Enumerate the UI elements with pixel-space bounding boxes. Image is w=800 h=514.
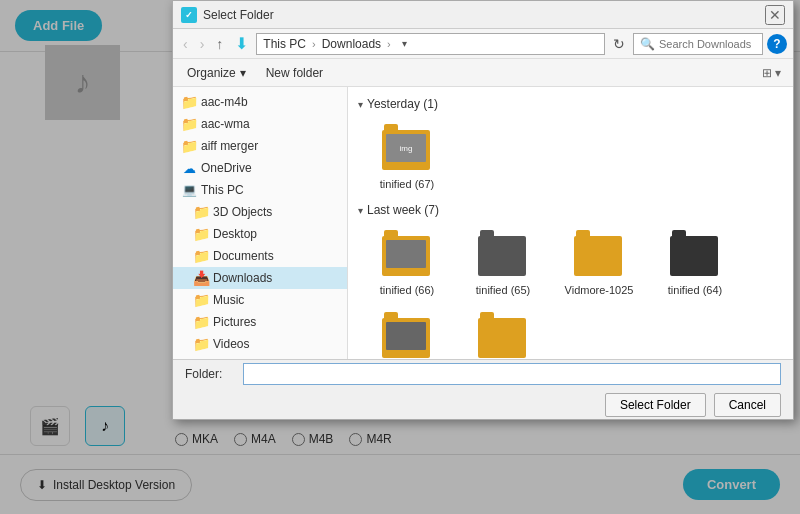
folder-row: Folder: xyxy=(185,363,781,385)
tree-item-this-pc[interactable]: 💻 This PC xyxy=(173,179,347,201)
dialog-title: ✓ Select Folder xyxy=(181,7,274,23)
search-icon: 🔍 xyxy=(640,37,655,51)
folder-icon: 📁 xyxy=(193,248,209,264)
breadcrumb-downloads[interactable]: Downloads xyxy=(322,37,381,51)
dialog-footer: Folder: Select Folder Cancel xyxy=(173,359,793,419)
folder-icon: 📁 xyxy=(193,204,209,220)
view-toggle: ⊞ ▾ xyxy=(758,64,785,82)
file-item-tinified-66[interactable]: tinified (66) xyxy=(362,225,452,301)
organize-button[interactable]: Organize ▾ xyxy=(181,64,252,82)
refresh-button[interactable]: ↻ xyxy=(609,34,629,54)
tree-item-desktop[interactable]: 📁 Desktop xyxy=(173,223,347,245)
downloads-folder-icon: 📥 xyxy=(193,270,209,286)
folder-label: Folder: xyxy=(185,367,235,381)
dialog-action-bar: Organize ▾ New folder ⊞ ▾ xyxy=(173,59,793,87)
nav-back-button[interactable]: ‹ xyxy=(179,34,192,54)
tree-item-pictures[interactable]: 📁 Pictures xyxy=(173,311,347,333)
folder-input[interactable] xyxy=(243,363,781,385)
select-folder-button[interactable]: Select Folder xyxy=(605,393,706,417)
folder-icon: 📁 xyxy=(181,94,197,110)
tree-item-videos[interactable]: 📁 Videos xyxy=(173,333,347,355)
last-week-items: tinified (66) tinified (65) xyxy=(354,221,787,359)
yesterday-items: img tinified (67) xyxy=(354,115,787,199)
chevron-down-icon: ▾ xyxy=(358,205,363,216)
cancel-button[interactable]: Cancel xyxy=(714,393,781,417)
search-input[interactable] xyxy=(659,38,759,50)
nav-forward-button[interactable]: › xyxy=(196,34,209,54)
tree-item-music[interactable]: 📁 Music xyxy=(173,289,347,311)
dialog-title-icon: ✓ xyxy=(181,7,197,23)
tree-item-onedrive[interactable]: ☁ OneDrive xyxy=(173,157,347,179)
dialog-nav-toolbar: ‹ › ↑ ⬇ This PC › Downloads › ▾ ↻ 🔍 ? xyxy=(173,29,793,59)
select-folder-dialog: ✓ Select Folder ✕ ‹ › ↑ ⬇ This PC › Down… xyxy=(172,0,794,420)
tree-item-3d-objects[interactable]: 📁 3D Objects xyxy=(173,201,347,223)
nav-up-button[interactable]: ↑ xyxy=(212,34,227,54)
file-item-vidmore-1019[interactable]: Vidmore-1019 xyxy=(458,307,548,359)
file-item-tinified-63[interactable]: tinified (63) xyxy=(362,307,452,359)
computer-icon: 💻 xyxy=(181,182,197,198)
address-bar[interactable]: This PC › Downloads › ▾ xyxy=(256,33,605,55)
folder-icon: 📁 xyxy=(181,138,197,154)
view-toggle-button[interactable]: ⊞ ▾ xyxy=(758,64,785,82)
file-item-tinified-67[interactable]: img tinified (67) xyxy=(362,119,452,195)
onedrive-icon: ☁ xyxy=(181,160,197,176)
file-item-tinified-64[interactable]: tinified (64) xyxy=(650,225,740,301)
search-box[interactable]: 🔍 xyxy=(633,33,763,55)
breadcrumb-this-pc[interactable]: This PC xyxy=(263,37,306,51)
footer-buttons: Select Folder Cancel xyxy=(185,393,781,417)
folder-icon: 📁 xyxy=(193,336,209,352)
dialog-body: 📁 aac-m4b 📁 aac-wma 📁 aiff merger ☁ OneD… xyxy=(173,87,793,359)
folder-icon: 📁 xyxy=(193,292,209,308)
dialog-titlebar: ✓ Select Folder ✕ xyxy=(173,1,793,29)
folder-icon: 📁 xyxy=(193,314,209,330)
tree-item-aac-wma[interactable]: 📁 aac-wma xyxy=(173,113,347,135)
tree-item-downloads[interactable]: 📥 Downloads xyxy=(173,267,347,289)
tree-item-documents[interactable]: 📁 Documents xyxy=(173,245,347,267)
tree-item-aac-m4b[interactable]: 📁 aac-m4b xyxy=(173,91,347,113)
group-last-week[interactable]: ▾ Last week (7) xyxy=(354,199,787,221)
folder-icon: 📁 xyxy=(181,116,197,132)
help-button[interactable]: ? xyxy=(767,34,787,54)
dialog-close-button[interactable]: ✕ xyxy=(765,5,785,25)
folder-icon: 📁 xyxy=(193,226,209,242)
content-panel: ▾ Yesterday (1) img tinified (67) ▾ xyxy=(348,87,793,359)
new-folder-button[interactable]: New folder xyxy=(260,64,329,82)
file-item-vidmore-1025[interactable]: Vidmore-1025 xyxy=(554,225,644,301)
group-yesterday[interactable]: ▾ Yesterday (1) xyxy=(354,93,787,115)
chevron-down-icon: ▾ xyxy=(358,99,363,110)
nav-recent-button[interactable]: ⬇ xyxy=(231,32,252,55)
tree-panel: 📁 aac-m4b 📁 aac-wma 📁 aiff merger ☁ OneD… xyxy=(173,87,348,359)
tree-item-aiff-merger[interactable]: 📁 aiff merger xyxy=(173,135,347,157)
address-dropdown-button[interactable]: ▾ xyxy=(397,33,413,55)
folder-thumbnail: img xyxy=(382,124,432,174)
organize-chevron-icon: ▾ xyxy=(240,66,246,80)
file-item-tinified-65[interactable]: tinified (65) xyxy=(458,225,548,301)
